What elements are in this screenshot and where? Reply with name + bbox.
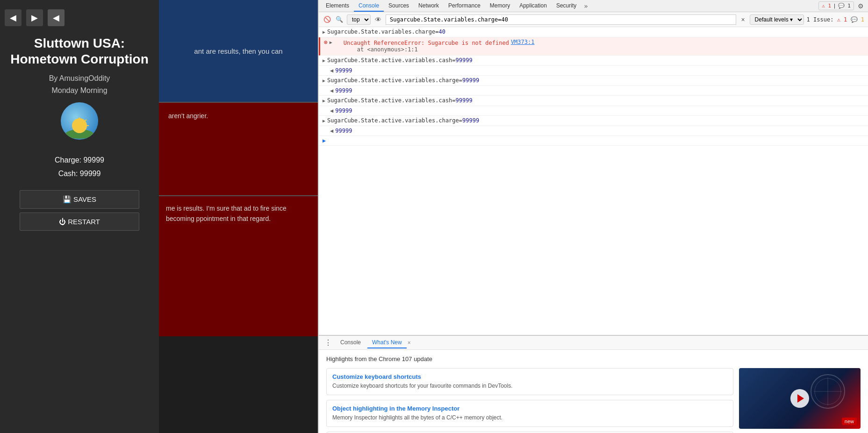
result-value: 99999 (335, 67, 352, 74)
console-result: ◀ 99999 (319, 106, 868, 116)
expand-icon[interactable]: ▶ (330, 40, 332, 45)
game-author: By AmusingOddity (49, 74, 110, 83)
tab-network[interactable]: Network (414, 0, 444, 12)
back-button[interactable]: ◀ (5, 9, 22, 26)
item-description: Memory Inspector highlights all the byte… (332, 414, 727, 422)
drawer-tab-whats-new[interactable]: What's New (367, 337, 407, 348)
game-chapter: Monday Morning (51, 86, 107, 95)
console-input-row[interactable]: ▶ (319, 136, 868, 146)
console-output: ▶ Sugarcube.State.variables.charge=40 ⊗ … (319, 27, 868, 335)
vm-link[interactable]: VM373:1 (511, 39, 535, 45)
game-stats: Charge: 99999 Cash: 99999 (5, 154, 154, 181)
input-arrow-icon: ▶ (323, 137, 326, 144)
console-row[interactable]: ▶ SugarCube.State.active.variables.charg… (319, 76, 868, 86)
result-arrow: ◀ (330, 67, 333, 74)
game-panel-mid: aren't angrier. (159, 103, 318, 196)
console-text: Sugarcube.State.variables.charge=40 (327, 28, 864, 35)
tab-security[interactable]: Security (552, 0, 581, 12)
console-result: ◀ 99999 (319, 126, 868, 136)
settings-button[interactable]: ⚙ (856, 1, 866, 11)
game-main-area: ant are results, then you can aren't ang… (159, 0, 318, 433)
expand-icon[interactable]: ▶ (323, 58, 325, 63)
clear-filter-button[interactable]: × (739, 15, 746, 24)
context-select[interactable]: top (347, 14, 371, 25)
item-title: Object highlighting in the Memory Inspec… (332, 405, 727, 412)
drawer-content: Highlights from the Chrome 107 update Cu… (319, 350, 868, 433)
drawer-items-list: Customize keyboard shortcuts Customize k… (326, 368, 733, 433)
console-text: SugarCube.State.active.variables.cash=99… (327, 57, 864, 64)
tab-sources[interactable]: Sources (384, 0, 414, 12)
drawer-item-memory-inspector[interactable]: Object highlighting in the Memory Inspec… (326, 400, 733, 427)
expand-icon[interactable]: ▶ (323, 118, 325, 123)
error-main-text: Uncaught ReferenceError: Sugarcube is no… (344, 40, 509, 46)
log-levels-select[interactable]: Default levels ▾ (750, 14, 804, 25)
devtools-tab-bar: Elements Console Sources Network Perform… (319, 0, 868, 12)
play-icon[interactable] (790, 389, 809, 408)
top-right-icons: ⚠ 1 | 💬 1 ⚙ (818, 1, 866, 11)
result-value: 99999 (335, 107, 352, 114)
game-panel-top: ant are results, then you can (159, 0, 318, 103)
console-result: ◀ 99999 (319, 66, 868, 76)
result-value: 99999 (335, 128, 352, 134)
error-icon: ⊗ (324, 39, 328, 46)
tab-console[interactable]: Console (354, 0, 384, 12)
console-row[interactable]: ▶ SugarCube.State.active.variables.cash=… (319, 96, 868, 106)
item-description: Customize keyboard shortcuts for your fa… (332, 382, 727, 390)
console-row[interactable]: ▶ SugarCube.State.active.variables.charg… (319, 116, 868, 126)
filter-icon[interactable]: 🔍 (335, 15, 344, 24)
tab-elements[interactable]: Elements (321, 0, 354, 12)
console-toolbar: 🚫 🔍 top 👁 × Default levels ▾ 1 Issue: ⚠ … (319, 12, 868, 27)
console-text: SugarCube.State.active.variables.charge=… (327, 77, 864, 84)
issues-badge[interactable]: ⚠ 1 | 💬 1 (818, 1, 854, 10)
console-row[interactable]: ▶ Sugarcube.State.variables.charge=40 (319, 27, 868, 37)
expand-icon[interactable]: ▶ (323, 78, 325, 83)
tab-performance[interactable]: Performance (444, 0, 485, 12)
drawer-item-dom-search[interactable]: A setting for disabling instant DOM sear… (326, 432, 733, 433)
tab-more-icon[interactable]: » (581, 0, 590, 12)
expand-icon[interactable]: ▶ (323, 29, 325, 35)
item-title: Customize keyboard shortcuts (332, 373, 727, 380)
game-title: Sluttown USA: Hometown Corruption (5, 35, 154, 67)
game-text-3: me is results. I'm sure that ad to fire … (166, 203, 311, 224)
console-error-row[interactable]: ⊗ ▶ Uncaught ReferenceError: Sugarcube i… (319, 37, 868, 56)
cash-stat: Cash: 99999 (5, 167, 154, 181)
compass-icon (809, 373, 846, 410)
drawer-video-thumbnail[interactable]: new (739, 368, 861, 429)
sidebar: ◀ ▶ ◀ Sluttown USA: Hometown Corruption … (0, 0, 159, 433)
result-arrow: ◀ (330, 107, 333, 114)
tab-application[interactable]: Application (515, 0, 552, 12)
restart-button[interactable]: ⏻ RESTART (20, 213, 139, 231)
game-panel-bot: me is results. I'm sure that ad to fire … (159, 196, 318, 336)
error-count: ⚠ 1 (822, 3, 831, 9)
drawer-tab-bar: ⋮ Console What's New × (319, 336, 868, 350)
expand-icon[interactable]: ▶ (323, 98, 325, 103)
error-detail-text: at <anonymous>:1:1 (344, 46, 509, 53)
devtools-drawer: ⋮ Console What's New × Highlights from t… (319, 335, 868, 433)
sidebar-navigation: ◀ ▶ ◀ (5, 9, 65, 26)
game-text-2: aren't angrier. (159, 103, 318, 129)
issue-separator: | (833, 3, 836, 9)
drawer-items-row: Customize keyboard shortcuts Customize k… (326, 368, 861, 433)
warn-count: 💬 1 (838, 3, 851, 9)
console-text: SugarCube.State.active.variables.cash=99… (327, 97, 864, 104)
game-text-1: ant are results, then you can (194, 47, 282, 55)
issues-count-label: 1 Issue: ⚠ 1 💬 1 (807, 16, 864, 23)
console-result: ◀ 99999 (319, 86, 868, 96)
clear-console-icon[interactable]: 🚫 (323, 15, 332, 24)
drawer-tab-close-button[interactable]: × (406, 340, 413, 346)
result-arrow: ◀ (330, 87, 333, 94)
drawer-tab-console[interactable]: Console (336, 337, 366, 348)
devtools-panel: Elements Console Sources Network Perform… (318, 0, 868, 433)
result-value: 99999 (335, 87, 352, 94)
drawer-highlight-text: Highlights from the Chrome 107 update (326, 355, 861, 362)
forward-button[interactable]: ▶ (26, 9, 43, 26)
tab-memory[interactable]: Memory (485, 0, 515, 12)
drawer-item-keyboard-shortcuts[interactable]: Customize keyboard shortcuts Customize k… (326, 368, 733, 395)
eye-icon[interactable]: 👁 (373, 15, 383, 24)
console-filter-input[interactable] (386, 14, 736, 25)
console-row[interactable]: ▶ SugarCube.State.active.variables.cash=… (319, 56, 868, 66)
collapse-button[interactable]: ◀ (48, 9, 65, 26)
video-new-badge: new (842, 418, 857, 425)
drawer-menu-button[interactable]: ⋮ (323, 338, 334, 347)
saves-button[interactable]: 💾 SAVES (20, 190, 139, 209)
